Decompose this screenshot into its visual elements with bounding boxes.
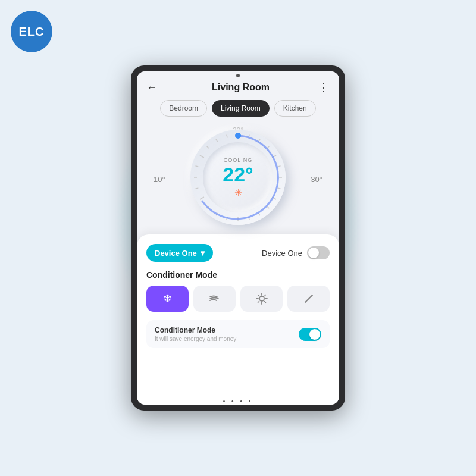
tab-bedroom[interactable]: Bedroom bbox=[160, 100, 207, 117]
svg-line-33 bbox=[258, 302, 259, 303]
app-header: ← Living Room ⋮ bbox=[137, 71, 339, 100]
svg-point-24 bbox=[235, 133, 241, 139]
svg-line-19 bbox=[196, 166, 199, 167]
settings-text: Conditioner Mode It will save energey an… bbox=[155, 326, 236, 342]
thermostat-mode: COOLING bbox=[224, 157, 253, 163]
wind-icon bbox=[209, 294, 221, 303]
slash-icon bbox=[303, 293, 315, 305]
svg-line-7 bbox=[278, 188, 281, 189]
conditioner-mode-toggle[interactable] bbox=[299, 328, 321, 341]
svg-point-25 bbox=[259, 296, 264, 301]
bottom-card: Device One ▾ Device One Conditioner Mode… bbox=[137, 234, 339, 405]
svg-line-20 bbox=[200, 155, 204, 158]
dial-area: 20° 10° 30° bbox=[137, 124, 339, 234]
tablet-screen: ← Living Room ⋮ Bedroom Living Room Kitc… bbox=[137, 71, 339, 405]
svg-line-17 bbox=[196, 188, 199, 189]
svg-line-34 bbox=[305, 295, 312, 302]
elc-logo: ELC bbox=[11, 11, 52, 52]
more-button[interactable]: ⋮ bbox=[318, 81, 330, 94]
svg-line-32 bbox=[264, 295, 265, 296]
device-one-badge[interactable]: Device One ▾ bbox=[146, 244, 213, 262]
snowflake-icon: ✳ bbox=[234, 187, 242, 198]
temp-right-label: 30° bbox=[311, 175, 322, 184]
thermostat-temperature: 22° bbox=[223, 164, 253, 184]
device-toggle-group: Device One bbox=[262, 246, 330, 259]
room-tabs: Bedroom Living Room Kitchen bbox=[137, 100, 339, 124]
sun-icon bbox=[256, 293, 268, 305]
svg-line-31 bbox=[264, 302, 265, 303]
temp-left-label: 10° bbox=[154, 175, 165, 184]
page-title: Living Room bbox=[212, 82, 270, 93]
svg-line-30 bbox=[258, 295, 259, 296]
svg-line-21 bbox=[207, 146, 209, 149]
svg-line-22 bbox=[216, 139, 218, 142]
thermostat-dial[interactable]: COOLING 22° ✳ bbox=[190, 130, 286, 225]
back-button[interactable]: ← bbox=[146, 82, 163, 94]
settings-subtitle: It will save energey and money bbox=[155, 336, 236, 342]
svg-line-16 bbox=[200, 197, 204, 199]
device-badge-label: Device One bbox=[155, 249, 197, 258]
svg-line-9 bbox=[267, 206, 270, 209]
svg-line-23 bbox=[227, 135, 227, 138]
device-toggle-label: Device One bbox=[262, 249, 302, 258]
tab-kitchen[interactable]: Kitchen bbox=[274, 100, 316, 117]
mode-wind-button[interactable] bbox=[193, 286, 236, 312]
mode-snowflake-button[interactable]: ❄ bbox=[146, 286, 189, 312]
svg-line-3 bbox=[267, 146, 270, 149]
settings-title: Conditioner Mode bbox=[155, 326, 236, 334]
conditioner-mode-title: Conditioner Mode bbox=[146, 270, 330, 280]
thermostat-dial-inner: COOLING 22° ✳ bbox=[203, 142, 273, 212]
device-one-toggle[interactable] bbox=[307, 246, 330, 259]
svg-line-5 bbox=[278, 166, 281, 167]
chevron-down-icon: ▾ bbox=[201, 248, 205, 258]
settings-row: Conditioner Mode It will save energey an… bbox=[146, 320, 330, 348]
mode-sun-button[interactable] bbox=[240, 286, 283, 312]
mode-slash-button[interactable] bbox=[287, 286, 330, 312]
tablet-frame: ← Living Room ⋮ Bedroom Living Room Kitc… bbox=[131, 65, 345, 411]
tab-living-room[interactable]: Living Room bbox=[212, 100, 270, 117]
mode-buttons: ❄ bbox=[146, 286, 330, 312]
device-row: Device One ▾ Device One bbox=[146, 244, 330, 262]
